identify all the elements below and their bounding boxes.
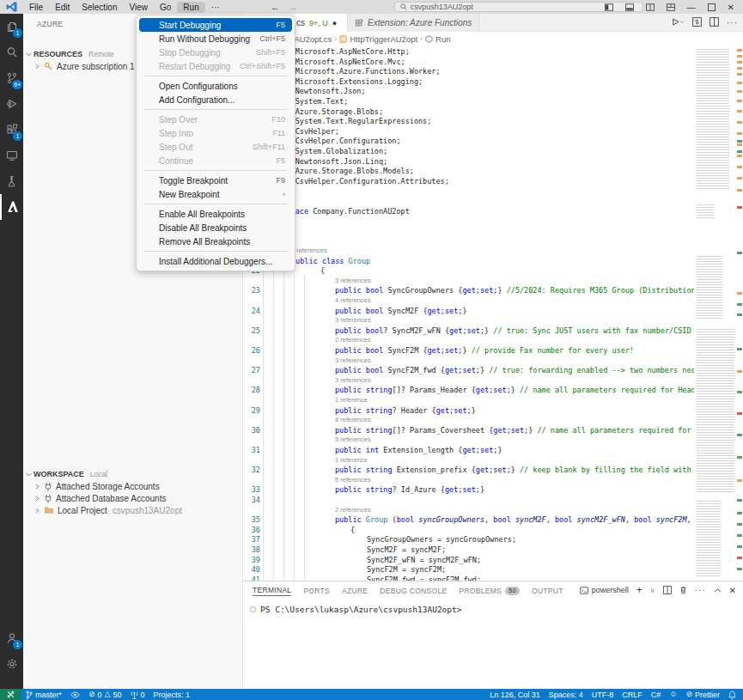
toggle-sidebar-icon[interactable] bbox=[605, 3, 613, 11]
menu-item-new-breakpoint[interactable]: New Breakpoint› bbox=[139, 187, 292, 201]
language-mode-item[interactable]: C# bbox=[647, 691, 666, 699]
indentation-item[interactable]: Spaces: 4 bbox=[545, 691, 588, 699]
line-number[interactable]: 35 bbox=[243, 515, 260, 524]
customize-layout-icon[interactable] bbox=[667, 3, 675, 11]
menu-item-install-additional-debuggers[interactable]: Install Additional Debuggers... bbox=[139, 254, 292, 268]
menubar-selection[interactable]: Selection bbox=[76, 2, 123, 13]
panel-more-actions-icon[interactable]: ··· bbox=[695, 586, 706, 595]
menu-item-enable-all-breakpoints[interactable]: Enable All Breakpoints bbox=[139, 207, 292, 221]
line-number[interactable]: 40 bbox=[243, 565, 260, 574]
line-number[interactable]: 31 bbox=[243, 446, 260, 454]
line-number[interactable]: 23 bbox=[243, 286, 260, 295]
minimize-button[interactable]: — bbox=[687, 3, 696, 12]
line-number[interactable]: 29 bbox=[243, 406, 260, 415]
line-number[interactable]: 24 bbox=[243, 307, 260, 315]
gitlens-toggle[interactable] bbox=[66, 691, 84, 698]
azure-view-icon[interactable] bbox=[0, 194, 23, 220]
ports-item[interactable]: 0 bbox=[126, 691, 149, 699]
tree-item-attached-database-accounts[interactable]: Attached Database Accounts bbox=[23, 492, 243, 504]
panel-tab-azure[interactable]: AZURE bbox=[342, 587, 368, 595]
close-panel-icon[interactable]: ✕ bbox=[729, 586, 736, 595]
git-branch-item[interactable]: master* bbox=[21, 691, 66, 699]
terminal-prompt-line[interactable]: PS C:\Users\lukasp\Azure\csvpush13AU2opt… bbox=[250, 605, 462, 614]
editor-tab-2[interactable]: Extension: Azure Functions bbox=[348, 14, 479, 32]
menubar-view[interactable]: View bbox=[124, 2, 155, 13]
line-number[interactable]: 39 bbox=[243, 556, 260, 564]
breadcrumb-item-1[interactable]: HttpTriggerAU2opt bbox=[350, 34, 417, 44]
terminal-dropdown-icon[interactable]: ∨ bbox=[650, 587, 655, 594]
menu-item-disable-all-breakpoints[interactable]: Disable All Breakpoints bbox=[139, 221, 292, 234]
source-control-icon[interactable]: 9+ bbox=[0, 65, 23, 91]
menubar-[interactable]: ··· bbox=[205, 2, 226, 13]
kill-terminal-icon[interactable] bbox=[679, 586, 687, 594]
explorer-icon[interactable]: 1 bbox=[0, 14, 23, 40]
menu-item-open-configurations[interactable]: Open Configurations bbox=[139, 79, 292, 93]
accounts-icon[interactable]: 1 bbox=[0, 625, 23, 651]
extensions-icon[interactable]: 1 bbox=[0, 117, 23, 143]
line-number[interactable]: 36 bbox=[243, 526, 260, 534]
encoding-item[interactable]: UTF-8 bbox=[588, 691, 618, 699]
tree-item-local-project[interactable]: Local Projectcsvpush13AU2opt bbox=[23, 504, 243, 516]
testing-icon[interactable] bbox=[0, 168, 23, 194]
line-number[interactable]: 27 bbox=[243, 366, 260, 374]
feedback-smiley-icon[interactable]: ☺ bbox=[665, 691, 681, 698]
maximize-button[interactable] bbox=[708, 3, 716, 11]
search-value: csvpush13AU2opt bbox=[411, 3, 473, 11]
panel-tab-problems[interactable]: PROBLEMS50 bbox=[459, 587, 520, 595]
panel-tab-output[interactable]: OUTPUT bbox=[532, 587, 563, 595]
run-or-debug-button[interactable] bbox=[672, 17, 685, 28]
menu-item-run-without-debugging[interactable]: Run Without DebuggingCtrl+F5 bbox=[139, 32, 292, 46]
run-debug-icon[interactable] bbox=[0, 91, 23, 117]
search-view-icon[interactable] bbox=[0, 40, 23, 65]
line-number[interactable]: 25 bbox=[243, 326, 260, 335]
menu-item-add-configuration[interactable]: Add Configuration... bbox=[139, 93, 292, 107]
remote-indicator[interactable] bbox=[0, 689, 21, 700]
minimap[interactable] bbox=[694, 46, 737, 581]
menu-item-remove-all-breakpoints[interactable]: Remove All Breakpoints bbox=[139, 234, 292, 248]
code-text: SyncGroupOwners = syncGroupOwners; bbox=[367, 535, 516, 544]
prettier-item[interactable]: ⊘ Prettier bbox=[681, 691, 724, 699]
line-number[interactable]: 26 bbox=[243, 346, 260, 355]
more-actions-button[interactable]: ··· bbox=[727, 18, 738, 27]
menubar-go[interactable]: Go bbox=[154, 2, 177, 13]
notifications-bell-icon[interactable] bbox=[724, 691, 743, 699]
nav-back-icon[interactable]: ← bbox=[271, 2, 280, 12]
panel-tab-debug-console[interactable]: DEBUG CONSOLE bbox=[380, 587, 447, 595]
line-number[interactable]: 37 bbox=[243, 535, 260, 544]
menubar-edit[interactable]: Edit bbox=[49, 2, 76, 13]
line-number[interactable]: 32 bbox=[243, 466, 260, 474]
breadcrumb-item-2[interactable]: Run bbox=[435, 34, 450, 44]
remote-explorer-icon[interactable] bbox=[0, 143, 23, 168]
split-editor-icon[interactable] bbox=[646, 3, 655, 11]
code-editor[interactable]: 1using Microsoft.AspNetCore.Http;2using … bbox=[243, 46, 694, 581]
new-terminal-button[interactable]: + bbox=[636, 584, 643, 596]
settings-gear-icon[interactable] bbox=[0, 651, 23, 677]
panel-tab-terminal[interactable]: TERMINAL bbox=[253, 586, 291, 596]
line-number[interactable]: 28 bbox=[243, 386, 260, 394]
close-window-button[interactable]: ✕ bbox=[728, 3, 734, 12]
maximize-panel-icon[interactable] bbox=[714, 587, 722, 593]
line-number[interactable]: 34 bbox=[243, 496, 260, 504]
menu-item-toggle-breakpoint[interactable]: Toggle BreakpointF9 bbox=[139, 173, 292, 187]
tree-item-attached-storage-accounts[interactable]: Attached Storage Accounts bbox=[23, 480, 243, 492]
panel-tab-ports[interactable]: PORTS bbox=[303, 587, 330, 595]
projects-item[interactable]: Projects: 1 bbox=[149, 691, 195, 699]
split-editor-button[interactable] bbox=[710, 17, 719, 28]
nav-forward-icon[interactable]: → bbox=[289, 2, 298, 12]
menubar-file[interactable]: File bbox=[23, 2, 49, 13]
section-header[interactable]: WORKSPACELocal bbox=[23, 468, 243, 480]
problems-summary[interactable]: ⊘ 0 △ 50 bbox=[84, 691, 126, 699]
eol-item[interactable]: CRLF bbox=[618, 691, 647, 699]
menubar-run[interactable]: Run bbox=[177, 2, 204, 13]
codelens-label: 3 references bbox=[335, 316, 371, 324]
split-terminal-icon[interactable] bbox=[663, 586, 672, 594]
open-changes-button[interactable] bbox=[692, 17, 702, 28]
toggle-panel-icon[interactable] bbox=[625, 3, 634, 11]
menu-item-start-debugging[interactable]: Start DebuggingF5 bbox=[139, 18, 292, 32]
line-number[interactable]: 33 bbox=[243, 485, 260, 494]
terminal-shell-chip[interactable]: powershell bbox=[580, 586, 629, 594]
line-number[interactable]: 30 bbox=[243, 426, 260, 435]
cursor-position[interactable]: Ln 126, Col 31 bbox=[485, 691, 545, 699]
dirty-indicator[interactable]: ● bbox=[332, 19, 337, 27]
line-number[interactable]: 38 bbox=[243, 545, 260, 554]
